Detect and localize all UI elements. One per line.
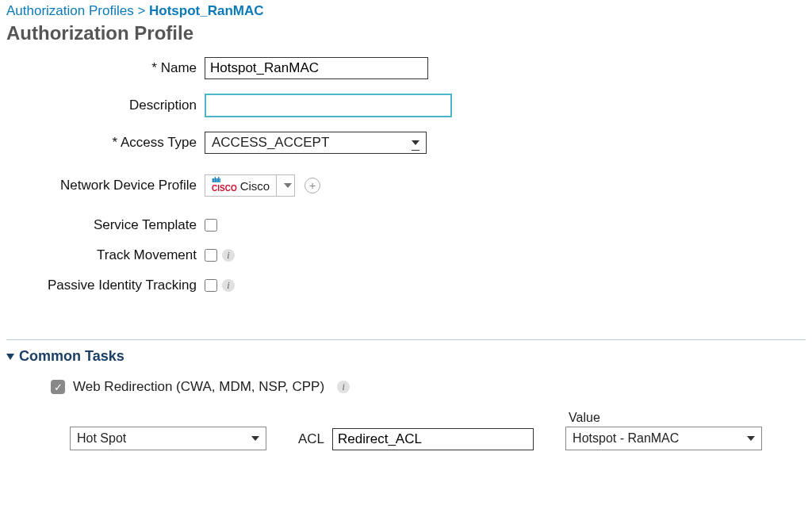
network-device-profile-value: Cisco bbox=[240, 179, 270, 193]
web-redirection-label: Web Redirection (CWA, MDM, NSP, CPP) bbox=[73, 379, 324, 395]
acl-input[interactable] bbox=[332, 428, 534, 450]
access-type-select[interactable]: ACCESS_ACCEPT bbox=[205, 132, 427, 154]
breadcrumb: Authorization Profiles > Hotspot_RanMAC bbox=[6, 3, 806, 19]
description-textarea[interactable] bbox=[205, 94, 452, 117]
access-type-label: * Access Type bbox=[6, 135, 205, 151]
info-icon[interactable]: i bbox=[337, 381, 350, 393]
network-device-profile-select[interactable]: CISCO Cisco bbox=[205, 174, 295, 197]
redirection-type-select[interactable]: Hot Spot bbox=[70, 427, 266, 450]
section-divider bbox=[6, 339, 806, 340]
service-template-label: Service Template bbox=[6, 217, 205, 233]
chevron-down-icon bbox=[747, 436, 755, 441]
track-movement-label: Track Movement bbox=[6, 247, 205, 263]
cisco-logo-icon: CISCO bbox=[212, 179, 237, 193]
chevron-down-icon bbox=[251, 436, 259, 441]
info-icon[interactable]: i bbox=[222, 279, 235, 292]
chevron-down-icon bbox=[284, 183, 292, 188]
passive-identity-tracking-label: Passive Identity Tracking bbox=[6, 278, 205, 293]
name-input[interactable] bbox=[205, 57, 428, 79]
web-redirection-checkbox[interactable]: ✓ bbox=[51, 380, 65, 394]
value-label: Value bbox=[569, 411, 762, 425]
network-device-profile-dropdown-button[interactable] bbox=[276, 175, 294, 196]
acl-label: ACL bbox=[298, 431, 324, 447]
add-network-device-profile-button[interactable]: + bbox=[304, 178, 320, 193]
common-tasks-title: Common Tasks bbox=[19, 348, 124, 365]
breadcrumb-current: Hotspot_RanMAC bbox=[149, 3, 264, 18]
value-select[interactable]: Hotspot - RanMAC bbox=[565, 427, 762, 450]
service-template-checkbox[interactable] bbox=[205, 219, 217, 232]
breadcrumb-parent-link[interactable]: Authorization Profiles bbox=[6, 3, 134, 18]
network-device-profile-label: Network Device Profile bbox=[6, 178, 205, 193]
passive-identity-tracking-checkbox[interactable] bbox=[205, 279, 217, 292]
info-icon[interactable]: i bbox=[222, 249, 235, 262]
disclosure-triangle-icon bbox=[6, 354, 14, 360]
common-tasks-toggle[interactable]: Common Tasks bbox=[6, 348, 806, 365]
value-selected: Hotspot - RanMAC bbox=[573, 431, 679, 446]
breadcrumb-separator: > bbox=[137, 3, 145, 18]
track-movement-checkbox[interactable] bbox=[205, 249, 217, 262]
chevron-down-icon bbox=[412, 140, 419, 145]
description-label: Description bbox=[6, 98, 205, 113]
name-label: * Name bbox=[6, 60, 205, 76]
access-type-value: ACCESS_ACCEPT bbox=[212, 135, 329, 151]
page-title: Authorization Profile bbox=[6, 22, 806, 44]
redirection-type-value: Hot Spot bbox=[77, 431, 126, 446]
